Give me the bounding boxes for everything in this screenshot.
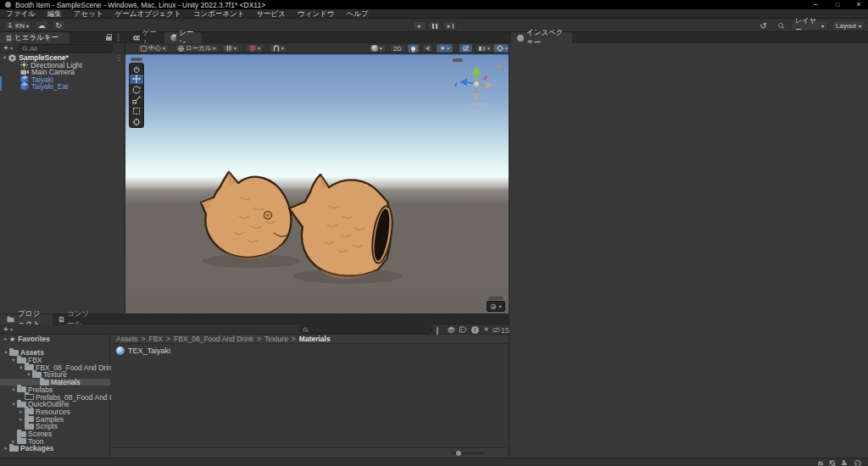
foldout-arrow-icon[interactable]: ▸ (3, 445, 9, 452)
project-search-input[interactable] (298, 325, 432, 334)
menu-services[interactable]: サービス (250, 9, 292, 19)
pivot-dropdown[interactable]: 中心 ▾ (137, 44, 169, 53)
asset-item-tex-taiyaki[interactable]: TEX_Taiyaki (116, 347, 170, 355)
breadcrumb-segment-current[interactable]: Materials (299, 335, 331, 343)
transform-tool[interactable] (130, 117, 143, 128)
tree-item-toon[interactable]: ▸ Toon (0, 437, 110, 445)
foldout-arrow-icon[interactable]: ▾ (25, 371, 32, 378)
tab-scene[interactable]: シーン (164, 32, 202, 43)
account-icon (8, 23, 13, 28)
foldout-arrow-icon[interactable]: ▾ (10, 357, 17, 363)
scene-viewport[interactable]: z ◁ Persp ▾ (125, 54, 509, 313)
hierarchy-item-taiyaki-eat[interactable]: Taiyaki_Eat (0, 83, 125, 91)
label-tag-icon[interactable] (459, 326, 467, 333)
play-button[interactable]: ► (413, 21, 426, 31)
breadcrumb-segment[interactable]: FBX (148, 335, 163, 343)
menu-file[interactable]: ファイル (0, 9, 42, 19)
foldout-arrow-icon[interactable]: ▾ (10, 401, 17, 408)
snap-increment-dropdown[interactable]: ▾ (270, 44, 287, 53)
cloud-button[interactable]: ☁ (35, 20, 48, 31)
create-dropdown-icon[interactable]: ▾ (10, 45, 13, 51)
hierarchy-item-main-camera[interactable]: Main Camera (0, 69, 125, 76)
minimize-button[interactable]: – (810, 0, 821, 8)
foldout-arrow-icon[interactable]: ▾ (3, 349, 9, 356)
status-check-icon[interactable]: ✓ (854, 460, 861, 466)
draw-mode-dropdown[interactable]: ▾ (368, 44, 386, 53)
foldout-arrow-icon[interactable]: ▾ (10, 386, 17, 393)
favorite-star-icon[interactable]: ★ (483, 325, 489, 333)
tab-inspector[interactable]: インスペクター (511, 32, 572, 43)
chevron-down-icon: ▾ (505, 46, 508, 51)
tab-hierarchy[interactable]: ヒエラルキー (0, 32, 70, 43)
create-button[interactable]: + (3, 325, 8, 334)
grid-visibility-dropdown[interactable]: ▾ (222, 44, 240, 53)
cache-server-icon[interactable] (829, 460, 836, 466)
menu-assets[interactable]: アセット (68, 9, 109, 19)
toggle-2d-button[interactable]: 2D (390, 44, 405, 53)
layers-dropdown[interactable]: レイヤー ▾ (791, 20, 828, 31)
eye-slash-icon (463, 45, 469, 52)
pause-button[interactable] (428, 21, 442, 31)
info-icon[interactable]: ! (471, 326, 479, 334)
hierarchy-search-input[interactable]: All (18, 44, 114, 53)
maximize-button[interactable]: □ (832, 0, 843, 9)
breadcrumb-segment[interactable]: Assets (116, 335, 138, 343)
menu-window[interactable]: ウィンドウ (292, 9, 341, 19)
foldout-arrow-icon[interactable]: ▾ (3, 54, 6, 61)
taiyaki-whole (201, 172, 292, 259)
grid-snap-dropdown[interactable]: ▾ (246, 44, 264, 53)
search-button[interactable] (774, 20, 787, 31)
hidden-packages-icon[interactable] (492, 327, 500, 333)
package-icon[interactable] (448, 326, 455, 334)
breadcrumb-segment[interactable]: Texture (264, 335, 288, 343)
camera-settings-dropdown[interactable]: ▾ (476, 44, 493, 53)
lighting-toggle[interactable] (408, 44, 419, 53)
scene-visibility-toggle[interactable] (459, 44, 472, 53)
effects-dropdown[interactable]: ★ ▾ (437, 44, 453, 53)
tab-project[interactable]: プロジェクト (0, 314, 53, 325)
perspective-label[interactable]: ◁ Persp (465, 101, 487, 108)
tree-label: Favorites (18, 335, 50, 343)
camera-overlay-button[interactable]: ▾ (487, 301, 505, 312)
zoom-slider-handle[interactable] (456, 451, 461, 456)
notifications-muted-icon[interactable] (817, 460, 824, 466)
grid-icon (225, 45, 232, 52)
chevron-down-icon: ▾ (498, 303, 501, 309)
axis-gizmo[interactable]: z (453, 65, 504, 103)
layout-dropdown[interactable]: Layout ▾ (832, 20, 865, 31)
undo-history-button[interactable]: ↺ (757, 20, 770, 31)
breadcrumb-segment[interactable]: FBX_08_Food And Drink (174, 335, 253, 343)
create-button[interactable]: + (3, 43, 8, 53)
menu-help[interactable]: ヘルプ (341, 9, 375, 19)
tab-game[interactable]: ゲーム (127, 32, 164, 43)
rotation-dropdown[interactable]: ローカル ▾ (175, 44, 219, 53)
step-button[interactable]: ► (443, 21, 457, 31)
breadcrumb-separator: > (257, 335, 261, 343)
kebab-menu-icon[interactable]: ⋮ (114, 33, 122, 42)
overlay-drag-handle[interactable] (453, 58, 463, 62)
create-dropdown-icon[interactable]: ▾ (10, 326, 13, 332)
foldout-arrow-icon[interactable]: ▾ (18, 364, 25, 371)
version-control-button[interactable]: ↻ (52, 20, 65, 31)
scale-tool[interactable] (130, 96, 143, 107)
overlay-drag-handle[interactable] (488, 297, 504, 300)
menu-gameobject[interactable]: ゲームオブジェクト (109, 9, 187, 19)
foldout-arrow-icon[interactable]: ▸ (18, 416, 25, 423)
lock-icon[interactable] (106, 36, 112, 41)
foldout-arrow-icon[interactable]: ▸ (18, 408, 25, 415)
menu-edit[interactable]: 編集 (42, 9, 68, 19)
rect-tool[interactable] (130, 106, 143, 117)
tab-console[interactable]: コンソール (53, 314, 102, 325)
rotate-tool[interactable] (130, 85, 143, 96)
close-button[interactable]: × (853, 0, 865, 8)
foldout-arrow-icon[interactable]: ▸ (3, 336, 9, 342)
overlay-drag-handle[interactable] (131, 58, 142, 61)
audio-toggle[interactable] (422, 44, 433, 53)
view-hand-tool[interactable] (130, 64, 143, 75)
tree-item-packages[interactable]: ▸ Packages (0, 445, 110, 452)
scale-tool-icon (132, 96, 141, 104)
move-tool[interactable] (130, 75, 143, 86)
account-button[interactable]: KN ▾ (4, 20, 31, 31)
menu-component[interactable]: コンポーネント (187, 9, 251, 19)
tree-item-favorites[interactable]: ▸ ★ Favorites (0, 336, 110, 343)
